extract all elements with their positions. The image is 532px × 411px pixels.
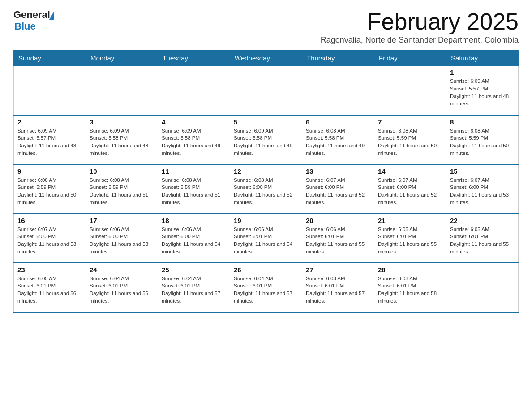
logo-blue-text: Blue	[14, 21, 36, 32]
weekday-header-friday: Friday	[374, 51, 446, 66]
weekday-header-wednesday: Wednesday	[230, 51, 302, 66]
calendar-cell: 1Sunrise: 6:09 AM Sunset: 5:57 PM Daylig…	[446, 66, 519, 115]
calendar-cell	[374, 66, 446, 115]
day-number: 22	[450, 217, 515, 224]
day-number: 14	[378, 167, 442, 175]
day-info: Sunrise: 6:06 AM Sunset: 6:00 PM Dayligh…	[90, 226, 154, 256]
day-info: Sunrise: 6:05 AM Sunset: 6:01 PM Dayligh…	[17, 275, 82, 305]
day-number: 7	[378, 118, 442, 126]
day-info: Sunrise: 6:08 AM Sunset: 5:59 PM Dayligh…	[450, 127, 515, 157]
calendar-cell: 14Sunrise: 6:07 AM Sunset: 6:00 PM Dayli…	[374, 164, 446, 214]
calendar-cell: 10Sunrise: 6:08 AM Sunset: 5:59 PM Dayli…	[86, 164, 158, 214]
day-info: Sunrise: 6:08 AM Sunset: 5:59 PM Dayligh…	[90, 176, 154, 206]
calendar-week-row: 16Sunrise: 6:07 AM Sunset: 6:00 PM Dayli…	[14, 214, 519, 263]
calendar-cell: 16Sunrise: 6:07 AM Sunset: 6:00 PM Dayli…	[14, 214, 86, 263]
weekday-header-monday: Monday	[86, 51, 158, 66]
day-number: 9	[17, 167, 82, 175]
day-info: Sunrise: 6:07 AM Sunset: 6:00 PM Dayligh…	[378, 176, 442, 206]
calendar-cell	[446, 263, 519, 312]
day-info: Sunrise: 6:08 AM Sunset: 5:59 PM Dayligh…	[162, 176, 226, 206]
day-number: 20	[306, 217, 370, 224]
day-info: Sunrise: 6:03 AM Sunset: 6:01 PM Dayligh…	[378, 275, 442, 305]
day-number: 1	[450, 68, 515, 76]
day-info: Sunrise: 6:07 AM Sunset: 6:00 PM Dayligh…	[17, 226, 82, 256]
day-info: Sunrise: 6:08 AM Sunset: 6:00 PM Dayligh…	[234, 176, 298, 206]
calendar-cell	[86, 66, 158, 115]
day-number: 11	[162, 167, 226, 175]
day-number: 19	[234, 217, 298, 224]
calendar-cell: 28Sunrise: 6:03 AM Sunset: 6:01 PM Dayli…	[374, 263, 446, 312]
day-number: 13	[306, 167, 370, 175]
day-info: Sunrise: 6:07 AM Sunset: 6:00 PM Dayligh…	[306, 176, 370, 206]
day-info: Sunrise: 6:08 AM Sunset: 5:58 PM Dayligh…	[306, 127, 370, 157]
day-info: Sunrise: 6:09 AM Sunset: 5:57 PM Dayligh…	[17, 127, 82, 157]
calendar-cell: 18Sunrise: 6:06 AM Sunset: 6:00 PM Dayli…	[158, 214, 230, 263]
day-number: 6	[306, 118, 370, 126]
calendar-week-row: 2Sunrise: 6:09 AM Sunset: 5:57 PM Daylig…	[14, 115, 519, 164]
day-info: Sunrise: 6:07 AM Sunset: 6:00 PM Dayligh…	[450, 176, 515, 206]
calendar-cell: 20Sunrise: 6:06 AM Sunset: 6:01 PM Dayli…	[302, 214, 374, 263]
day-number: 15	[450, 167, 515, 175]
calendar-cell	[14, 66, 86, 115]
day-number: 23	[17, 266, 82, 274]
calendar-week-row: 1Sunrise: 6:09 AM Sunset: 5:57 PM Daylig…	[14, 66, 519, 115]
day-number: 5	[234, 118, 298, 126]
day-info: Sunrise: 6:04 AM Sunset: 6:01 PM Dayligh…	[90, 275, 154, 305]
day-number: 3	[90, 118, 154, 126]
page-header: General Blue February 2025 Ragonvalia, N…	[13, 9, 519, 45]
weekday-header-thursday: Thursday	[302, 51, 374, 66]
logo-arrow-icon	[49, 12, 54, 20]
day-info: Sunrise: 6:06 AM Sunset: 6:01 PM Dayligh…	[234, 226, 298, 256]
day-number: 27	[306, 266, 370, 274]
weekday-header-row: SundayMondayTuesdayWednesdayThursdayFrid…	[14, 51, 519, 66]
title-block: February 2025 Ragonvalia, Norte de Santa…	[321, 9, 519, 45]
weekday-header-tuesday: Tuesday	[158, 51, 230, 66]
calendar-cell: 5Sunrise: 6:09 AM Sunset: 5:58 PM Daylig…	[230, 115, 302, 164]
calendar-cell	[302, 66, 374, 115]
day-number: 10	[90, 167, 154, 175]
day-info: Sunrise: 6:04 AM Sunset: 6:01 PM Dayligh…	[162, 275, 226, 305]
calendar-cell: 12Sunrise: 6:08 AM Sunset: 6:00 PM Dayli…	[230, 164, 302, 214]
day-number: 16	[17, 217, 82, 224]
calendar-cell: 22Sunrise: 6:05 AM Sunset: 6:01 PM Dayli…	[446, 214, 519, 263]
day-info: Sunrise: 6:06 AM Sunset: 6:00 PM Dayligh…	[162, 226, 226, 256]
calendar-cell: 4Sunrise: 6:09 AM Sunset: 5:58 PM Daylig…	[158, 115, 230, 164]
calendar-cell: 21Sunrise: 6:05 AM Sunset: 6:01 PM Dayli…	[374, 214, 446, 263]
calendar-cell	[158, 66, 230, 115]
day-number: 28	[378, 266, 442, 274]
calendar-cell: 6Sunrise: 6:08 AM Sunset: 5:58 PM Daylig…	[302, 115, 374, 164]
calendar-cell	[230, 66, 302, 115]
calendar-week-row: 9Sunrise: 6:08 AM Sunset: 5:59 PM Daylig…	[14, 164, 519, 214]
calendar-cell: 2Sunrise: 6:09 AM Sunset: 5:57 PM Daylig…	[14, 115, 86, 164]
calendar-subtitle: Ragonvalia, Norte de Santander Departmen…	[321, 35, 519, 45]
day-info: Sunrise: 6:06 AM Sunset: 6:01 PM Dayligh…	[306, 226, 370, 256]
day-number: 25	[162, 266, 226, 274]
day-info: Sunrise: 6:05 AM Sunset: 6:01 PM Dayligh…	[450, 226, 515, 256]
day-info: Sunrise: 6:08 AM Sunset: 5:59 PM Dayligh…	[17, 176, 82, 206]
calendar-cell: 26Sunrise: 6:04 AM Sunset: 6:01 PM Dayli…	[230, 263, 302, 312]
calendar-cell: 25Sunrise: 6:04 AM Sunset: 6:01 PM Dayli…	[158, 263, 230, 312]
day-info: Sunrise: 6:05 AM Sunset: 6:01 PM Dayligh…	[378, 226, 442, 256]
calendar-cell: 19Sunrise: 6:06 AM Sunset: 6:01 PM Dayli…	[230, 214, 302, 263]
logo-general-text: General	[13, 9, 50, 21]
day-number: 18	[162, 217, 226, 224]
day-number: 8	[450, 118, 515, 126]
day-number: 12	[234, 167, 298, 175]
calendar-cell: 11Sunrise: 6:08 AM Sunset: 5:59 PM Dayli…	[158, 164, 230, 214]
day-number: 17	[90, 217, 154, 224]
weekday-header-saturday: Saturday	[446, 51, 519, 66]
weekday-header-sunday: Sunday	[14, 51, 86, 66]
day-number: 4	[162, 118, 226, 126]
day-number: 2	[17, 118, 82, 126]
day-number: 24	[90, 266, 154, 274]
day-info: Sunrise: 6:04 AM Sunset: 6:01 PM Dayligh…	[234, 275, 298, 305]
day-info: Sunrise: 6:09 AM Sunset: 5:58 PM Dayligh…	[90, 127, 154, 157]
day-info: Sunrise: 6:09 AM Sunset: 5:57 PM Dayligh…	[450, 77, 515, 107]
calendar-cell: 7Sunrise: 6:08 AM Sunset: 5:59 PM Daylig…	[374, 115, 446, 164]
logo: General Blue	[13, 9, 54, 32]
calendar-cell: 8Sunrise: 6:08 AM Sunset: 5:59 PM Daylig…	[446, 115, 519, 164]
day-info: Sunrise: 6:09 AM Sunset: 5:58 PM Dayligh…	[162, 127, 226, 157]
day-info: Sunrise: 6:03 AM Sunset: 6:01 PM Dayligh…	[306, 275, 370, 305]
day-number: 21	[378, 217, 442, 224]
calendar-title: February 2025	[321, 9, 519, 34]
